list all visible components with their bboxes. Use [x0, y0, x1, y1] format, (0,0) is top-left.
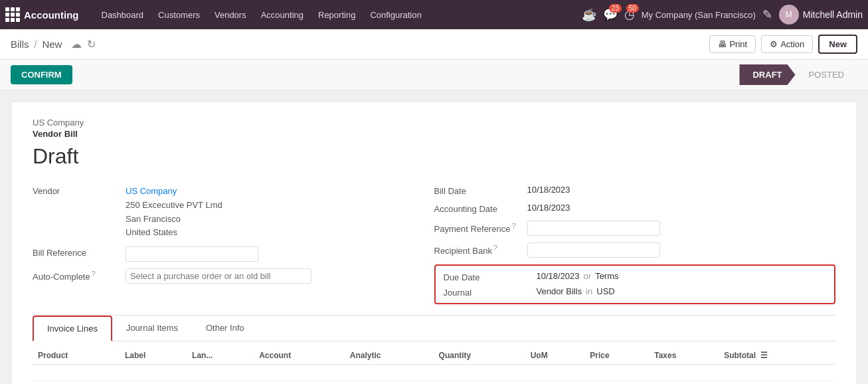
- auto-complete-label: Auto-Complete?: [33, 268, 126, 282]
- payment-reference-field: Payment Reference?: [434, 221, 836, 236]
- clock-badge: 50: [626, 4, 639, 13]
- nav-menu: Dashboard Customers Vendors Accounting R…: [95, 6, 428, 24]
- table-actions: Add a line Add a section Add a note: [33, 381, 835, 384]
- breadcrumb-separator: /: [35, 39, 37, 50]
- app-logo[interactable]: Accounting: [5, 7, 87, 22]
- journal-field: Journal Vendor Bills in USD: [444, 286, 827, 298]
- vendor-addr1: 250 Excecutive PVT Lmd: [126, 199, 222, 213]
- col-lan: Lan...: [187, 347, 254, 365]
- tab-other-info[interactable]: Other Info: [192, 316, 258, 341]
- breadcrumb-current: New: [42, 39, 62, 50]
- action-bar: CONFIRM DRAFT POSTED: [0, 60, 868, 90]
- form-grid: Vendor US Company 250 Excecutive PVT Lmd…: [33, 185, 835, 304]
- user-name: Mitchell Admin: [803, 9, 863, 20]
- form-card: US Company Vendor Bill Draft Vendor US C…: [11, 101, 857, 384]
- bill-reference-label: Bill Reference: [33, 246, 126, 258]
- action-button[interactable]: ⚙ Action: [761, 35, 813, 53]
- vendor-name[interactable]: US Company: [126, 185, 222, 199]
- col-taxes: Taxes: [649, 347, 719, 365]
- or-label: or: [584, 271, 592, 281]
- table-header-row: Product Label Lan... Account Analytic Qu…: [33, 347, 835, 365]
- tabs-section: Invoice Lines Journal Items Other Info P…: [33, 315, 835, 384]
- accounting-date-field: Accounting Date 10/18/2023: [434, 203, 836, 214]
- col-price: Price: [584, 347, 649, 365]
- nav-dashboard[interactable]: Dashboard: [95, 6, 151, 24]
- due-date-value[interactable]: 10/18/2023: [537, 271, 580, 281]
- in-label: in: [586, 286, 592, 296]
- auto-complete-help[interactable]: ?: [92, 270, 96, 278]
- breadcrumb-bar: Bills / New ☁ ↻ 🖶 Print ⚙ Action New: [0, 29, 868, 60]
- col-label: Label: [120, 347, 187, 365]
- empty-table-row: [33, 365, 835, 381]
- grid-icon: [5, 7, 20, 22]
- nav-accounting[interactable]: Accounting: [254, 6, 310, 24]
- print-button[interactable]: 🖶 Print: [709, 35, 756, 53]
- support-icon[interactable]: ☕: [582, 7, 596, 22]
- payment-reference-input[interactable]: [527, 221, 660, 236]
- save-cloud-icon[interactable]: ☁: [71, 38, 82, 50]
- chat-icon[interactable]: 💬 23: [603, 7, 618, 22]
- payment-reference-help[interactable]: ?: [511, 222, 515, 230]
- recipient-bank-label: Recipient Bank?: [434, 242, 527, 256]
- recipient-bank-help[interactable]: ?: [493, 244, 497, 252]
- accounting-date-value[interactable]: 10/18/2023: [527, 203, 570, 213]
- clock-icon[interactable]: ◷ 50: [624, 7, 635, 22]
- vendor-label: Vendor: [33, 185, 126, 196]
- due-date-label: Due Date: [444, 271, 537, 282]
- bill-date-value[interactable]: 10/18/2023: [527, 185, 570, 195]
- due-date-field: Due Date 10/18/2023 or Terms: [444, 271, 827, 282]
- chat-badge: 23: [609, 4, 622, 13]
- invoice-lines-table: Product Label Lan... Account Analytic Qu…: [33, 347, 835, 381]
- status-draft: DRAFT: [739, 64, 795, 85]
- col-product: Product: [33, 347, 120, 365]
- vendor-addr2: San Francisco: [126, 213, 222, 227]
- bill-reference-input[interactable]: [126, 246, 258, 262]
- breadcrumb-parent[interactable]: Bills: [11, 39, 29, 50]
- nav-reporting[interactable]: Reporting: [311, 6, 362, 24]
- doc-title: Draft: [33, 144, 835, 169]
- accounting-date-label: Accounting Date: [434, 203, 527, 214]
- company-label: US Company: [33, 118, 835, 128]
- highlighted-fields-box: Due Date 10/18/2023 or Terms Journal Ven…: [434, 264, 836, 304]
- doc-type-label: Vendor Bill: [33, 129, 835, 139]
- user-menu[interactable]: M Mitchell Admin: [779, 5, 863, 25]
- col-uom: UoM: [525, 347, 585, 365]
- breadcrumb-actions: 🖶 Print ⚙ Action New: [709, 35, 857, 54]
- bill-date-label: Bill Date: [434, 185, 527, 196]
- status-bar: DRAFT POSTED: [739, 64, 857, 85]
- breadcrumb-icons: ☁ ↻: [71, 38, 96, 50]
- confirm-button[interactable]: CONFIRM: [11, 65, 72, 84]
- auto-complete-field: Auto-Complete?: [33, 268, 434, 284]
- printer-icon: 🖶: [718, 39, 727, 49]
- vendor-addr3: United States: [126, 226, 222, 240]
- form-left: Vendor US Company 250 Excecutive PVT Lmd…: [33, 185, 434, 304]
- tools-icon[interactable]: ✎: [762, 7, 772, 22]
- journal-label: Journal: [444, 286, 537, 298]
- nav-configuration[interactable]: Configuration: [363, 6, 428, 24]
- recipient-bank-input[interactable]: [527, 242, 660, 258]
- col-subtotal: Subtotal ☰: [719, 347, 835, 365]
- terms-label[interactable]: Terms: [595, 271, 618, 281]
- recipient-bank-field: Recipient Bank?: [434, 242, 836, 258]
- journal-value[interactable]: Vendor Bills: [537, 286, 582, 296]
- app-name: Accounting: [24, 9, 79, 21]
- tab-invoice-lines[interactable]: Invoice Lines: [33, 316, 112, 341]
- col-analytic: Analytic: [345, 347, 434, 365]
- col-quantity: Quantity: [434, 347, 525, 365]
- company-name[interactable]: My Company (San Francisco): [642, 10, 756, 20]
- auto-complete-input[interactable]: [126, 268, 311, 284]
- new-button[interactable]: New: [818, 35, 857, 54]
- col-account: Account: [254, 347, 345, 365]
- subtotal-settings-icon[interactable]: ☰: [760, 351, 768, 360]
- status-posted: POSTED: [796, 64, 857, 85]
- main-content: US Company Vendor Bill Draft Vendor US C…: [0, 90, 868, 384]
- journal-currency[interactable]: USD: [596, 286, 614, 296]
- bill-reference-field: Bill Reference: [33, 246, 434, 262]
- nav-right: ☕ 💬 23 ◷ 50 My Company (San Francisco) ✎…: [582, 5, 863, 25]
- nav-customers[interactable]: Customers: [151, 6, 207, 24]
- gear-icon: ⚙: [770, 39, 778, 49]
- tab-journal-items[interactable]: Journal Items: [112, 316, 192, 341]
- undo-icon[interactable]: ↻: [87, 38, 96, 50]
- form-right: Bill Date 10/18/2023 Accounting Date 10/…: [434, 185, 836, 304]
- nav-vendors[interactable]: Vendors: [208, 6, 253, 24]
